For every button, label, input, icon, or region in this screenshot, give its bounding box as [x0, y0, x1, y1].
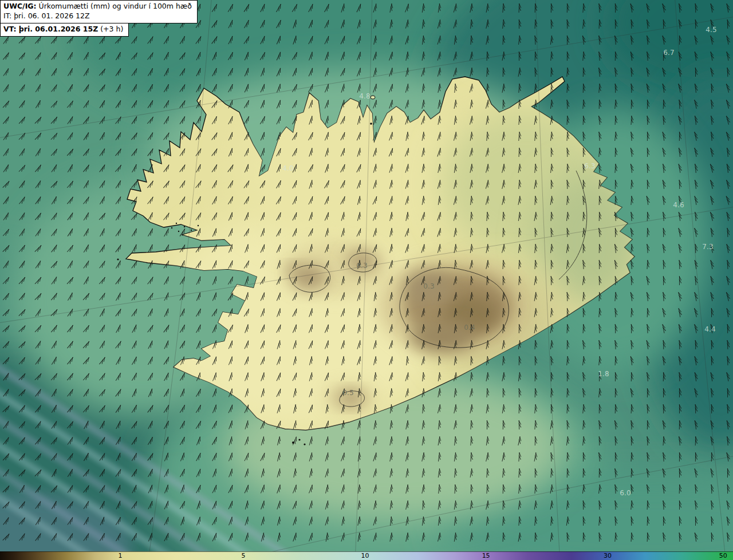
colorbar-tick: 50 — [719, 552, 727, 560]
colorbar-tick: 1 — [118, 552, 122, 560]
colorbar-tick: 15 — [482, 552, 490, 560]
product-code: UWC/IG: — [3, 2, 37, 10]
value-label: 0.3 — [356, 262, 368, 270]
valid-time: VT: þri. 06.01.2026 15Z — [3, 25, 98, 33]
value-label: 4.8 — [359, 92, 371, 100]
value-label: 4.0 — [282, 164, 294, 172]
value-label: 6.0 — [620, 489, 631, 497]
valid-offset: (+3 h) — [98, 25, 123, 33]
init-time-line: IT: þri. 06. 01. 2026 12Z — [3, 11, 192, 21]
product-title: Úrkomumætti (mm) og vindur í 100m hæð — [37, 2, 192, 10]
value-label: 7.3 — [702, 243, 714, 251]
value-label: 1.8 — [598, 370, 609, 378]
product-title-line: UWC/IG: Úrkomumætti (mm) og vindur í 100… — [3, 2, 192, 11]
value-label: 4.6 — [673, 201, 684, 209]
colorbar-tick: 5 — [241, 552, 245, 560]
value-label: 4.5 — [706, 26, 717, 34]
title-box-main: UWC/IG: Úrkomumætti (mm) og vindur í 100… — [0, 0, 198, 23]
value-labels-layer: 4.56.74.84.06.34.67.30.30.30.44.41.80.56… — [0, 0, 733, 560]
value-label: 0.5 — [342, 389, 354, 397]
weather-map: 4.56.74.84.06.34.67.30.30.30.44.41.80.56… — [0, 0, 733, 560]
title-box: UWC/IG: Úrkomumætti (mm) og vindur í 100… — [0, 0, 198, 37]
value-label: 0.3 — [423, 282, 435, 290]
colorbar-tick: 30 — [604, 552, 612, 560]
title-box-valid: VT: þri. 06.01.2026 15Z (+3 h) — [0, 23, 129, 37]
colorbar-tick: 10 — [361, 552, 369, 560]
value-label: 0.4 — [464, 324, 475, 332]
colorbar: 1510153050 — [0, 551, 733, 560]
value-label: 6.3 — [584, 162, 596, 170]
value-label: 6.7 — [663, 49, 675, 57]
value-label: 4.4 — [704, 325, 716, 333]
